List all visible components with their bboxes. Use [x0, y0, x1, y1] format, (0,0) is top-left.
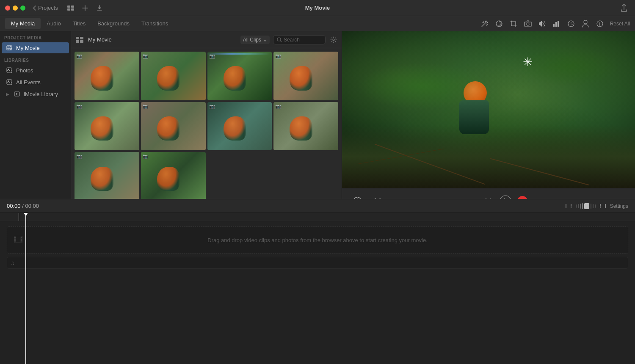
- browser-title: My Movie: [88, 36, 112, 43]
- titlebar-left: Projects: [5, 2, 105, 14]
- settings-gear-icon[interactable]: [329, 35, 338, 44]
- svg-rect-32: [600, 207, 601, 208]
- speed-icon[interactable]: [565, 18, 577, 30]
- clips-dropdown[interactable]: All Clips ⌄: [240, 36, 270, 44]
- svg-rect-22: [80, 40, 83, 43]
- svg-point-5: [527, 23, 529, 25]
- library-icon: [14, 91, 20, 97]
- thumb-overlay-7: [224, 116, 246, 141]
- svg-rect-30: [571, 207, 572, 208]
- media-thumb-9[interactable]: 📷: [75, 152, 139, 201]
- music-icon: ♫: [11, 260, 15, 266]
- sidebar-item-imovie-library[interactable]: ▶ iMovie Library: [2, 88, 69, 99]
- sidebar-all-events-label: All Events: [16, 79, 41, 85]
- svg-rect-21: [76, 40, 79, 43]
- svg-rect-1: [71, 6, 74, 8]
- maximize-button[interactable]: [20, 6, 25, 11]
- zoom-thumb[interactable]: [584, 203, 589, 209]
- camera-badge-9: 📷: [76, 154, 82, 159]
- share-button[interactable]: [618, 2, 630, 14]
- back-button[interactable]: Projects: [33, 5, 58, 11]
- leaf-cluster-2: [518, 47, 620, 86]
- tab-titles[interactable]: Titles: [67, 18, 92, 29]
- clips-label: All Clips: [243, 37, 261, 43]
- zoom-out-icon[interactable]: [566, 203, 572, 210]
- settings-button[interactable]: Settings: [610, 203, 628, 209]
- svg-rect-13: [7, 46, 12, 50]
- close-button[interactable]: [5, 6, 10, 11]
- svg-rect-20: [80, 37, 83, 39]
- timeline-ruler: [0, 213, 635, 221]
- sidebar-my-movie-label: My Movie: [16, 45, 40, 51]
- tab-transitions[interactable]: Transitions: [135, 18, 174, 29]
- svg-rect-2: [67, 8, 70, 11]
- media-thumb-7[interactable]: 📷: [207, 102, 272, 151]
- media-grid: 📷 📷 📷 📷 📷 📷: [71, 48, 342, 204]
- search-box: [273, 35, 326, 44]
- svg-rect-19: [76, 37, 79, 39]
- media-thumb-6[interactable]: 📷: [141, 102, 206, 151]
- media-thumb-2[interactable]: 📷: [141, 52, 206, 100]
- media-thumb-3[interactable]: 📷: [207, 52, 272, 100]
- main-layout: PROJECT MEDIA My Movie LIBRARIES Photos …: [0, 31, 635, 213]
- svg-rect-41: [21, 239, 22, 240]
- camera-badge-7: 📷: [209, 104, 215, 109]
- zoom-in-icon[interactable]: [600, 203, 606, 210]
- timeline-tracks: Drag and drop video clips and photos fro…: [0, 213, 635, 364]
- tab-my-media[interactable]: My Media: [5, 18, 41, 29]
- tab-backgrounds[interactable]: Backgrounds: [91, 18, 135, 29]
- search-input[interactable]: [284, 37, 322, 43]
- tab-audio[interactable]: Audio: [41, 18, 66, 29]
- svg-rect-33: [605, 204, 606, 208]
- current-time: 00:00: [7, 203, 21, 209]
- media-thumb-4[interactable]: 📷: [273, 52, 338, 100]
- thumb-overlay-9: [91, 167, 113, 191]
- svg-rect-6: [553, 24, 555, 27]
- reset-all-button[interactable]: Reset All: [610, 21, 630, 27]
- dropdown-chevron-icon: ⌄: [263, 37, 267, 43]
- person-icon[interactable]: [580, 18, 591, 30]
- traffic-lights: [5, 6, 25, 11]
- camera-badge-6: 📷: [143, 104, 149, 109]
- primary-video-track[interactable]: Drag and drop video clips and photos fro…: [7, 226, 628, 254]
- thumb-overlay-6: [157, 116, 179, 141]
- camera-badge-1: 📷: [76, 53, 82, 59]
- svg-rect-39: [14, 240, 16, 241]
- camera-badge-5: 📷: [76, 104, 82, 109]
- color-wheel-icon[interactable]: [493, 18, 505, 30]
- sidebar-item-photos[interactable]: Photos: [2, 65, 69, 76]
- media-thumb-8[interactable]: 📷: [273, 102, 338, 151]
- camera-badge-2: 📷: [143, 53, 149, 59]
- chart-icon[interactable]: [551, 18, 563, 30]
- svg-rect-37: [14, 237, 16, 238]
- media-thumb-10[interactable]: 📷: [141, 152, 206, 201]
- sidebar-item-all-events[interactable]: All Events: [2, 77, 69, 88]
- crop-icon[interactable]: [508, 18, 519, 30]
- sidebar-item-my-movie[interactable]: My Movie: [2, 42, 69, 53]
- film-strip-icon: [14, 236, 22, 245]
- minimize-button[interactable]: [13, 6, 18, 11]
- sidebar-photos-label: Photos: [16, 67, 33, 74]
- film-icon: [6, 44, 13, 51]
- titlebar-right: [618, 2, 630, 14]
- layout-toggle-button[interactable]: [75, 35, 85, 45]
- total-time: 00:00: [25, 203, 39, 209]
- camera-icon[interactable]: [522, 18, 534, 30]
- thumb-overlay-5: [91, 116, 113, 141]
- events-icon: [6, 79, 13, 85]
- info-icon[interactable]: [594, 18, 606, 30]
- media-thumb-5[interactable]: 📷: [75, 102, 139, 151]
- svg-rect-28: [566, 204, 566, 208]
- thumb-overlay-10: [157, 167, 179, 191]
- svg-point-11: [584, 20, 587, 24]
- volume-icon[interactable]: [536, 18, 548, 30]
- layout-icon[interactable]: [65, 2, 77, 14]
- download-icon[interactable]: [94, 2, 105, 14]
- svg-rect-42: [21, 240, 22, 241]
- timeline-timecode: 00:00 / 00:00: [7, 203, 39, 209]
- magic-wand-icon[interactable]: [479, 18, 491, 30]
- tabbar: My Media Audio Titles Backgrounds Transi…: [0, 16, 635, 31]
- svg-rect-3: [71, 8, 74, 11]
- add-icon[interactable]: [79, 2, 91, 14]
- media-thumb-1[interactable]: 📷: [75, 52, 139, 100]
